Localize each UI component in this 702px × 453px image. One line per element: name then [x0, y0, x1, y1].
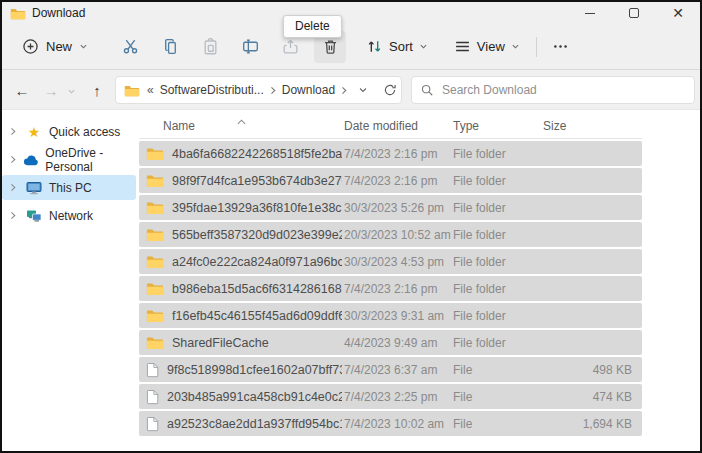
copy-icon [162, 38, 179, 55]
maximize-button[interactable] [612, 2, 656, 24]
monitor-icon [25, 181, 43, 195]
refresh-button[interactable] [383, 83, 397, 97]
table-row[interactable]: a92523c8ae2dd1a937ffd954bc1c6a879c... 7/… [139, 411, 642, 436]
column-header-date-modified[interactable]: Date modified [344, 119, 418, 133]
sidebar-item-label: Quick access [49, 125, 120, 139]
sidebar-item-quick-access[interactable]: ★ Quick access [2, 119, 136, 144]
file-icon [146, 416, 159, 432]
cut-button[interactable] [114, 31, 146, 63]
column-header-row: Name Date modified Type Size [139, 110, 642, 139]
sort-button[interactable]: Sort [358, 33, 436, 60]
table-row[interactable]: b986eba15d5ac6f631428616857d1add 7/4/202… [139, 276, 642, 301]
folder-icon [146, 308, 164, 323]
close-button[interactable]: ✕ [656, 2, 700, 24]
column-header-size[interactable]: Size [543, 119, 566, 133]
chevron-down-icon [79, 42, 88, 51]
table-row[interactable]: 565beff3587320d9d023e399e22b09f3 20/3/20… [139, 222, 642, 247]
file-icon [146, 389, 159, 405]
file-name: a92523c8ae2dd1a937ffd954bc1c6a879c... [167, 417, 342, 431]
new-button-label: New [46, 39, 72, 54]
copy-button[interactable] [154, 31, 186, 63]
share-icon [282, 38, 299, 55]
file-type: File [453, 357, 472, 382]
back-button[interactable]: ← [10, 79, 34, 101]
collapsed-path-marker[interactable]: « [147, 83, 154, 97]
file-date-modified: 7/4/2023 2:16 pm [344, 276, 437, 301]
column-header-name[interactable]: Name [163, 119, 195, 133]
breadcrumb-item[interactable]: Download [282, 83, 335, 97]
see-more-button[interactable] [545, 31, 577, 63]
paste-button[interactable] [194, 31, 226, 63]
table-row[interactable]: a24fc0e222ca824a0f971a96bc68812b 30/3/20… [139, 249, 642, 274]
file-date-modified: 7/4/2023 2:25 pm [344, 384, 437, 409]
up-button[interactable]: ↑ [85, 79, 109, 101]
folder-icon [146, 173, 164, 188]
rename-button[interactable] [234, 31, 266, 63]
cloud-icon [23, 154, 39, 166]
file-name: a24fc0e222ca824a0f971a96bc68812b [172, 255, 342, 269]
search-input[interactable] [442, 83, 686, 97]
table-row[interactable]: 9f8c518998d1cfee1602a07bff73aeaa650... 7… [139, 357, 642, 382]
folder-icon [146, 146, 164, 161]
forward-button[interactable]: → [39, 79, 63, 101]
file-type: File [453, 411, 472, 436]
address-bar: ← → ↑ « SoftwareDistributi... Download [2, 70, 700, 110]
file-explorer-window: Download ✕ New [0, 0, 702, 453]
recent-locations-button[interactable] [63, 79, 79, 101]
file-type: File folder [453, 330, 506, 355]
sort-ascending-caret-icon [237, 111, 246, 129]
command-toolbar: New [2, 24, 700, 70]
table-row[interactable]: SharedFileCache 4/4/2023 9:49 am File fo… [139, 330, 642, 355]
toolbar-divider [536, 37, 537, 57]
minimize-button[interactable] [568, 2, 612, 24]
navigation-pane: ★ Quick access OneDrive - Personal This … [2, 116, 136, 451]
file-name: 395fdae13929a36f810fe1e38c12baf9 [172, 201, 342, 215]
arrow-right-icon: → [44, 82, 59, 99]
file-date-modified: 4/4/2023 9:49 am [344, 330, 437, 355]
table-row[interactable]: 203b485a991ca458cb91c4e0c2b8dd75dc... 7/… [139, 384, 642, 409]
sidebar-item-this-pc[interactable]: This PC [2, 175, 136, 200]
table-row[interactable]: 395fdae13929a36f810fe1e38c12baf9 30/3/20… [139, 195, 642, 220]
table-row[interactable]: 98f9f7d4fca1e953b674db3e27049275 7/4/202… [139, 168, 642, 193]
file-rows: 4ba6fa6682242268518f5fe2ba81b18c 7/4/202… [139, 141, 642, 438]
window-title: Download [32, 6, 85, 20]
file-type: File [453, 384, 472, 409]
file-date-modified: 7/4/2023 6:37 am [344, 357, 437, 382]
file-name: 565beff3587320d9d023e399e22b09f3 [172, 228, 342, 242]
address-dropdown-button[interactable] [358, 85, 368, 95]
search-box[interactable] [411, 76, 695, 104]
table-row[interactable]: 4ba6fa6682242268518f5fe2ba81b18c 7/4/202… [139, 141, 642, 166]
breadcrumb-item[interactable]: SoftwareDistributi... [160, 83, 264, 97]
breadcrumb[interactable]: « SoftwareDistributi... Download [115, 76, 402, 104]
view-button[interactable]: View [446, 33, 528, 60]
chevron-right-icon[interactable] [9, 155, 17, 164]
chevron-right-icon[interactable] [9, 127, 19, 136]
file-date-modified: 20/3/2023 10:52 am [344, 222, 451, 247]
folder-icon [146, 281, 164, 296]
folder-icon [10, 7, 26, 20]
sort-button-label: Sort [389, 39, 413, 54]
rename-icon [242, 38, 259, 55]
file-type: File folder [453, 249, 506, 274]
file-date-modified: 30/3/2023 5:26 pm [344, 195, 444, 220]
sidebar-item-label: Network [49, 209, 93, 223]
sidebar-item-network[interactable]: Network [2, 203, 136, 228]
chevron-right-icon[interactable] [9, 183, 19, 192]
arrow-left-icon: ← [15, 82, 30, 99]
file-size: 498 KB [593, 357, 632, 382]
new-button[interactable]: New [14, 33, 96, 60]
sort-arrows-icon [366, 38, 383, 55]
chevron-down-icon [419, 42, 428, 51]
table-row[interactable]: f16efb45c46155f45ad6d09ddf668603 30/3/20… [139, 303, 642, 328]
file-date-modified: 30/3/2023 9:31 am [344, 303, 444, 328]
chevron-right-icon[interactable] [9, 211, 19, 220]
plus-circle-icon [22, 38, 39, 55]
chevron-right-icon[interactable] [269, 86, 277, 95]
file-list-pane: Name Date modified Type Size 4ba6fa66822… [139, 110, 642, 451]
folder-icon [146, 227, 164, 242]
column-header-type[interactable]: Type [453, 119, 479, 133]
sidebar-item-onedrive[interactable]: OneDrive - Personal [2, 147, 136, 172]
chevron-right-icon[interactable] [340, 86, 348, 95]
file-icon [146, 362, 159, 378]
sidebar-item-label: This PC [49, 181, 92, 195]
